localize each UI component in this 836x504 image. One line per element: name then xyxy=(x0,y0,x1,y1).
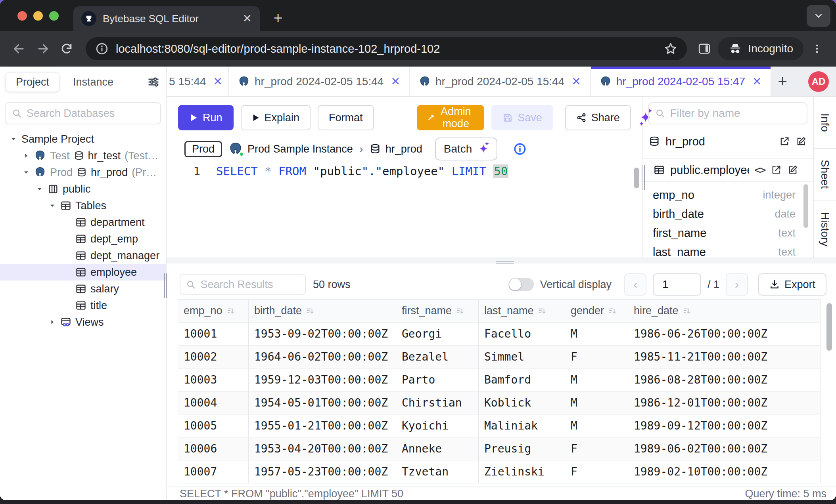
info-circle-icon[interactable] xyxy=(513,142,527,156)
table-cell[interactable]: F xyxy=(565,460,628,483)
column-header-emp_no[interactable]: emp_no xyxy=(178,300,249,323)
prev-page-button[interactable]: ‹ xyxy=(624,273,646,296)
table-cell[interactable]: 1957-05-23T00:00:00Z xyxy=(249,460,396,483)
explain-button[interactable]: Explain xyxy=(241,105,311,130)
tab-sheet[interactable]: Sheet xyxy=(814,149,836,201)
url-text[interactable]: localhost:8080/sql-editor/prod-sample-in… xyxy=(116,42,657,55)
column-header-hire_date[interactable]: hire_date xyxy=(628,300,780,323)
edit-icon[interactable] xyxy=(796,136,807,147)
minimize-window-button[interactable] xyxy=(33,11,43,21)
table-cell[interactable]: 10004 xyxy=(178,391,249,414)
table-cell[interactable]: 1989-09-12T00:00:00Z xyxy=(628,414,780,437)
batch-button[interactable]: Batch ✦✦ xyxy=(435,137,497,160)
column-row[interactable]: emp_nointeger xyxy=(653,185,796,204)
table-cell[interactable]: 1955-01-21T00:00:00Z xyxy=(249,414,396,437)
caret-down-icon[interactable] xyxy=(10,136,17,142)
tab-history[interactable]: History xyxy=(814,200,836,258)
tab-instance[interactable]: Instance xyxy=(63,73,124,92)
caret-down-icon[interactable] xyxy=(22,169,30,176)
table-cell[interactable]: 1964-06-02T00:00:00Z xyxy=(249,346,396,368)
tree-item-table-dept_manager[interactable]: dept_manager xyxy=(0,247,166,264)
sort-icon[interactable] xyxy=(306,307,314,315)
caret-down-icon[interactable] xyxy=(36,186,44,192)
table-cell[interactable]: Koblick xyxy=(479,391,565,414)
schema-database-row[interactable]: hr_prod xyxy=(642,129,813,154)
tab-project[interactable]: Project xyxy=(6,73,59,92)
tree-item-tables-group[interactable]: Tables xyxy=(0,197,166,214)
sort-icon[interactable] xyxy=(538,307,546,315)
close-icon[interactable]: ✕ xyxy=(391,75,400,88)
column-row[interactable]: first_nametext xyxy=(653,223,796,242)
table-cell[interactable]: Preusig xyxy=(479,437,565,460)
browser-tab[interactable]: Bytebase SQL Editor ✕ xyxy=(73,6,260,31)
column-header-first_name[interactable]: first_name xyxy=(396,300,479,323)
table-cell[interactable]: M xyxy=(565,414,628,437)
save-button[interactable]: Save xyxy=(491,105,553,130)
table-cell[interactable]: Zielinski xyxy=(479,460,565,483)
schema-filter-input[interactable] xyxy=(670,107,800,120)
table-cell[interactable]: Bamford xyxy=(479,368,565,391)
vertical-display-toggle[interactable] xyxy=(508,278,534,291)
external-link-icon[interactable] xyxy=(779,136,790,147)
editor-scrollbar[interactable] xyxy=(634,168,639,271)
share-button[interactable]: Share xyxy=(565,105,631,130)
browser-menu-icon[interactable] xyxy=(807,38,827,59)
new-browser-tab-button[interactable]: + xyxy=(274,12,282,24)
table-cell[interactable]: Facello xyxy=(479,323,565,346)
close-icon[interactable]: ✕ xyxy=(571,75,581,88)
caret-down-icon[interactable] xyxy=(48,202,56,209)
sql-code-area[interactable]: 1 SELECT * FROM "public"."employee" LIMI… xyxy=(167,159,642,178)
sort-icon[interactable] xyxy=(226,307,235,315)
results-scrollbar[interactable] xyxy=(826,303,832,351)
sort-icon[interactable] xyxy=(456,307,464,315)
table-cell[interactable]: F xyxy=(565,437,628,460)
table-cell[interactable]: 1954-05-01T00:00:00Z xyxy=(249,391,396,414)
reload-icon[interactable] xyxy=(56,38,77,59)
table-cell[interactable]: 1986-08-28T00:00:00Z xyxy=(628,368,780,391)
table-cell[interactable]: Kyoichi xyxy=(396,414,479,437)
schema-scrollbar[interactable] xyxy=(803,184,808,228)
database-breadcrumb[interactable]: hr_prod xyxy=(370,143,422,155)
column-header-gender[interactable]: gender xyxy=(565,300,628,323)
table-cell[interactable]: 1989-06-02T00:00:00Z xyxy=(628,437,780,460)
column-row[interactable]: birth_datedate xyxy=(653,204,796,223)
tree-item-table-salary[interactable]: salary xyxy=(0,281,166,297)
table-row[interactable]: 100011953-09-02T00:00:00ZGeorgiFacelloM1… xyxy=(178,323,821,346)
table-cell[interactable]: M xyxy=(565,323,628,346)
table-cell[interactable]: 10002 xyxy=(178,346,249,368)
tree-item-project[interactable]: Sample Project xyxy=(0,131,166,147)
table-cell[interactable]: 1986-06-26T00:00:00Z xyxy=(628,323,780,346)
results-search[interactable] xyxy=(180,274,306,295)
back-icon[interactable] xyxy=(9,38,29,59)
table-cell[interactable]: 10007 xyxy=(178,460,249,483)
column-row[interactable]: last_nametext xyxy=(653,242,796,258)
table-row[interactable]: 100031959-12-03T00:00:00ZPartoBamfordM19… xyxy=(178,368,821,391)
table-cell[interactable]: Bezalel xyxy=(396,346,479,368)
tree-item-hr-prod[interactable]: Prod hr_prod (Pr… xyxy=(0,164,166,181)
panel-resize-handle[interactable] xyxy=(642,165,645,190)
caret-right-icon[interactable] xyxy=(48,319,56,325)
sort-icon[interactable] xyxy=(683,307,691,315)
tree-item-schema-public[interactable]: public xyxy=(0,181,166,197)
table-row[interactable]: 100071957-05-23T00:00:00ZTzvetanZielinsk… xyxy=(178,460,821,483)
page-input[interactable] xyxy=(653,273,701,296)
schema-table-row[interactable]: public.employee <> xyxy=(642,158,813,182)
table-cell[interactable]: 10006 xyxy=(178,437,249,460)
tree-item-table-department[interactable]: department xyxy=(0,214,166,231)
table-cell[interactable]: 1989-02-10T00:00:00Z xyxy=(628,460,780,483)
worksheet-tab[interactable]: 5 15:44 ✕ xyxy=(167,67,228,96)
column-header-birth_date[interactable]: birth_date xyxy=(249,300,396,323)
results-resize-divider[interactable] xyxy=(167,258,836,263)
table-cell[interactable]: 1985-11-21T00:00:00Z xyxy=(628,346,780,368)
table-cell[interactable]: 1953-04-20T00:00:00Z xyxy=(249,437,396,460)
table-cell[interactable]: 10001 xyxy=(178,323,249,346)
new-worksheet-button[interactable]: + xyxy=(772,67,794,96)
table-cell[interactable]: 1959-12-03T00:00:00Z xyxy=(249,368,396,391)
table-cell[interactable]: Tzvetan xyxy=(396,460,479,483)
table-cell[interactable]: Georgi xyxy=(396,323,479,346)
next-page-button[interactable]: › xyxy=(726,273,748,296)
side-panel-icon[interactable] xyxy=(694,38,715,59)
tree-item-table-title[interactable]: title xyxy=(0,297,166,314)
instance-breadcrumb[interactable]: Prod Sample Instance xyxy=(228,142,353,156)
table-cell[interactable]: 1953-09-02T00:00:00Z xyxy=(249,323,396,346)
